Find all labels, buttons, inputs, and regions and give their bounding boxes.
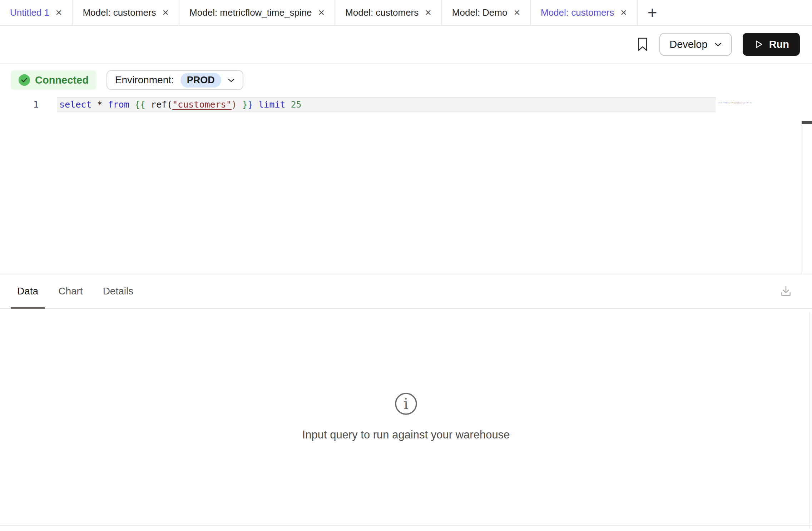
code-line[interactable]: select * from {{ ref("customers") }} lim… xyxy=(57,97,716,112)
toolbar: Develop Run xyxy=(0,26,812,64)
tab-model-customers-3[interactable]: Model: customers × xyxy=(531,0,638,25)
close-icon[interactable]: × xyxy=(163,7,169,18)
line-number: 1 xyxy=(0,97,57,112)
code-token: 25 xyxy=(291,99,301,110)
code-token xyxy=(253,99,258,110)
tab-model-customers-2[interactable]: Model: customers × xyxy=(335,0,442,25)
close-icon[interactable]: × xyxy=(620,7,627,18)
connection-status-label: Connected xyxy=(35,74,89,86)
code-token: ) xyxy=(232,99,237,110)
check-icon xyxy=(19,74,30,86)
results-scrollbar-track[interactable] xyxy=(809,312,810,528)
code-editor[interactable]: 1 select * from {{ ref("customers") }} l… xyxy=(0,97,812,274)
editor-tab-bar: Untitled 1 × Model: customers × Model: m… xyxy=(0,0,812,26)
results-empty-state: i Input query to run against your wareho… xyxy=(0,309,812,525)
code-token: from xyxy=(108,99,129,110)
tab-model-metricflow-time-spine[interactable]: Model: metricflow_time_spine × xyxy=(179,0,335,25)
bottom-divider xyxy=(0,525,812,526)
chevron-down-icon xyxy=(714,42,722,47)
code-token xyxy=(285,99,291,110)
minimap-code-line: select * from {{ ref("customers") }} lim… xyxy=(718,102,802,104)
code-token: 25 xyxy=(750,102,752,104)
new-tab-button[interactable]: + xyxy=(638,0,661,25)
plus-icon: + xyxy=(648,4,657,21)
minimap[interactable]: select * from {{ ref("customers") }} lim… xyxy=(718,102,802,274)
play-icon xyxy=(753,39,763,49)
tab-untitled-1[interactable]: Untitled 1 × xyxy=(0,0,73,25)
code-token: select xyxy=(59,99,91,110)
results-tab-bar: Data Chart Details xyxy=(0,274,812,309)
code-line-row: 1 select * from {{ ref("customers") }} l… xyxy=(0,97,812,112)
editor-scrollbar-track[interactable] xyxy=(802,123,802,274)
tab-label: Model: Demo xyxy=(452,7,508,18)
develop-button-label: Develop xyxy=(669,39,707,50)
download-icon xyxy=(779,284,793,298)
run-button-label: Run xyxy=(769,39,789,50)
code-token: from xyxy=(724,102,727,104)
code-token: ref( xyxy=(730,102,734,104)
connection-status-badge: Connected xyxy=(11,70,96,90)
develop-button[interactable]: Develop xyxy=(659,33,732,56)
code-token: "customers" xyxy=(733,102,742,104)
code-token: } xyxy=(248,99,253,110)
run-button[interactable]: Run xyxy=(743,33,800,56)
environment-label: Environment: xyxy=(115,74,174,86)
status-row: Connected Environment: PROD xyxy=(11,70,812,90)
code-token: limit xyxy=(746,102,749,104)
environment-value-badge: PROD xyxy=(180,73,221,88)
close-icon[interactable]: × xyxy=(514,7,520,18)
code-token xyxy=(91,99,97,110)
download-button[interactable] xyxy=(779,284,793,298)
tab-label: Untitled 1 xyxy=(10,7,49,18)
code-token: limit xyxy=(258,99,285,110)
tab-chart[interactable]: Chart xyxy=(52,274,89,308)
code-token: } xyxy=(242,99,248,110)
code-token xyxy=(237,99,242,110)
tab-data[interactable]: Data xyxy=(11,274,45,308)
tab-label: Model: customers xyxy=(83,7,156,18)
info-icon: i xyxy=(394,392,418,416)
empty-state-message: Input query to run against your warehous… xyxy=(302,428,510,441)
tab-label: Model: customers xyxy=(345,7,419,18)
close-icon[interactable]: × xyxy=(56,7,62,18)
tab-label: Model: metricflow_time_spine xyxy=(189,7,312,18)
editor-scrollbar-thumb[interactable] xyxy=(802,121,812,124)
code-token: * xyxy=(97,99,102,110)
svg-text:i: i xyxy=(403,395,408,413)
environment-selector[interactable]: Environment: PROD xyxy=(107,70,243,90)
close-icon[interactable]: × xyxy=(425,7,431,18)
chevron-down-icon xyxy=(228,78,235,83)
tab-model-customers-1[interactable]: Model: customers × xyxy=(73,0,179,25)
bookmark-icon xyxy=(637,37,649,51)
code-token xyxy=(102,99,108,110)
tab-model-demo[interactable]: Model: Demo × xyxy=(442,0,531,25)
code-token: "customers" xyxy=(172,99,232,110)
tab-details[interactable]: Details xyxy=(96,274,140,308)
code-token: select xyxy=(718,102,722,104)
code-token xyxy=(129,99,135,110)
close-icon[interactable]: × xyxy=(318,7,325,18)
code-token: ref( xyxy=(145,99,172,110)
code-token: {{ xyxy=(135,99,145,110)
bookmark-button[interactable] xyxy=(637,37,649,51)
tab-label: Model: customers xyxy=(541,7,614,18)
